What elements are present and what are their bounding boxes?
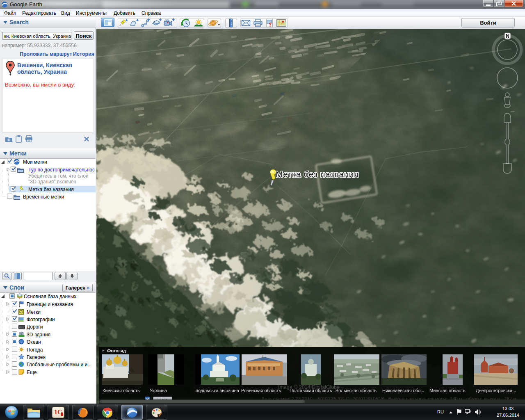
svg-text:Метка без названия: Метка без названия [276,169,359,179]
svg-text:N: N [506,33,509,39]
